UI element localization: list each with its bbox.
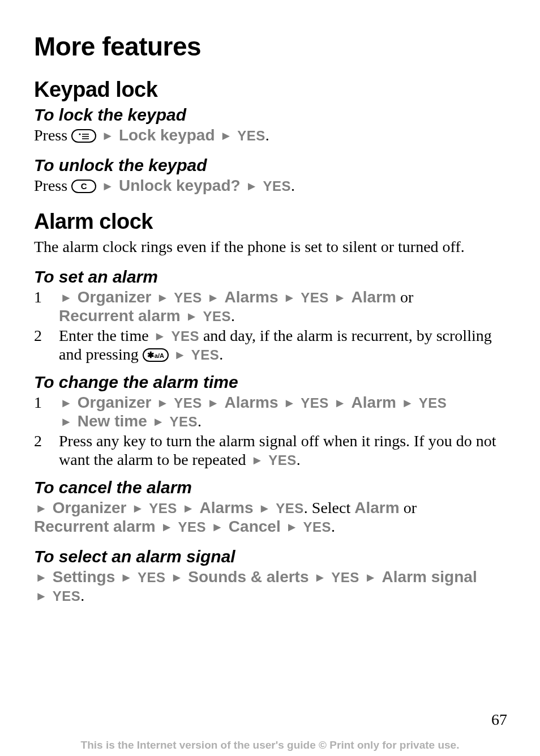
arrow-icon: ► <box>130 501 145 516</box>
list-number: 2 <box>34 326 45 364</box>
alarms-label: Alarms <box>225 394 278 411</box>
yes-label: YES <box>203 309 232 324</box>
manual-page: More features Keypad lock To lock the ke… <box>0 0 540 756</box>
arrow-icon: ► <box>285 520 299 535</box>
arrow-icon: ► <box>400 396 415 411</box>
yes-label: YES <box>174 290 202 305</box>
list-item: 2 Press any key to turn the alarm signal… <box>34 432 517 469</box>
heading-to-change-alarm: To change the alarm time <box>34 373 517 392</box>
new-time-label: New time <box>78 412 147 430</box>
press-label: Press <box>34 126 71 144</box>
list-text: ► Organizer ► YES ► Alarms ► YES ► Alarm… <box>59 288 517 325</box>
lock-instruction: Press ► Lock keypad ► YES. <box>34 126 517 144</box>
list-item: 1 ► Organizer ► YES ► Alarms ► YES ► Ala… <box>34 288 517 325</box>
arrow-icon: ► <box>59 291 74 305</box>
c-key-icon: C <box>71 180 96 193</box>
period: . <box>291 177 295 194</box>
list-number: 2 <box>34 432 45 469</box>
list-number: 1 <box>34 288 45 325</box>
arrow-icon: ► <box>100 179 115 194</box>
alarm-label: Alarm <box>352 394 396 411</box>
organizer-label: Organizer <box>53 499 127 516</box>
select-text: . Select <box>304 499 354 516</box>
period: . <box>265 126 269 144</box>
list-item: 2 Enter the time ► YES and day, if the a… <box>34 326 517 364</box>
arrow-icon: ► <box>206 291 221 305</box>
period: . <box>198 412 202 430</box>
sounds-alerts-label: Sounds & alerts <box>188 568 308 586</box>
arrow-icon: ► <box>155 291 170 305</box>
arrow-icon: ► <box>34 570 49 585</box>
arrow-icon: ► <box>313 570 328 585</box>
yes-label: YES <box>331 570 359 585</box>
select-signal-text: ► Settings ► YES ► Sounds & alerts ► YES… <box>34 567 517 605</box>
alarm-label: Alarm <box>354 499 399 516</box>
yes-label: YES <box>170 414 198 429</box>
arrow-icon: ► <box>206 396 221 411</box>
page-title: More features <box>34 31 517 62</box>
list-number: 1 <box>34 393 45 430</box>
cancel-alarm-text: ► Organizer ► YES ► Alarms ► YES. Select… <box>34 498 517 536</box>
arrow-icon: ► <box>34 589 49 604</box>
period: . <box>80 587 84 604</box>
yes-label: YES <box>303 519 331 535</box>
yes-label: YES <box>301 395 329 411</box>
organizer-label: Organizer <box>78 288 152 306</box>
alarms-label: Alarms <box>225 288 278 306</box>
arrow-icon: ► <box>59 396 74 411</box>
yes-label: YES <box>276 501 304 516</box>
period: . <box>297 451 301 468</box>
page-number: 67 <box>491 711 507 729</box>
yes-label: YES <box>149 501 177 516</box>
set-alarm-list: 1 ► Organizer ► YES ► Alarms ► YES ► Ala… <box>34 288 517 364</box>
yes-label: YES <box>171 328 199 344</box>
recurrent-alarm-label: Recurrent alarm <box>34 518 156 535</box>
list-text: ► Organizer ► YES ► Alarms ► YES ► Alarm… <box>59 393 517 430</box>
arrow-icon: ► <box>160 520 174 535</box>
arrow-icon: ► <box>219 129 234 143</box>
arrow-icon: ► <box>282 396 297 411</box>
section-keypad-lock: Keypad lock <box>34 78 517 102</box>
svg-point-0 <box>79 133 81 135</box>
list-item: 1 ► Organizer ► YES ► Alarms ► YES ► Ala… <box>34 393 517 430</box>
arrow-icon: ► <box>173 348 187 362</box>
period: . <box>219 345 223 363</box>
alarm-label: Alarm <box>352 288 396 306</box>
yes-label: YES <box>419 395 447 411</box>
heading-to-unlock: To unlock the keypad <box>34 156 517 175</box>
yes-label: YES <box>53 588 81 604</box>
settings-label: Settings <box>53 568 115 586</box>
list-text: Press any key to turn the alarm signal o… <box>59 432 517 469</box>
arrow-icon: ► <box>34 501 49 516</box>
star-key-icon: ✱a/A <box>143 348 169 362</box>
arrow-icon: ► <box>333 291 348 305</box>
heading-to-lock: To lock the keypad <box>34 105 517 125</box>
heading-to-select-signal: To select an alarm signal <box>34 547 517 566</box>
lock-keypad-label: Lock keypad <box>119 126 215 144</box>
arrow-icon: ► <box>155 396 170 411</box>
yes-label: YES <box>178 519 207 535</box>
press-label: Press <box>34 177 71 194</box>
organizer-label: Organizer <box>78 394 152 411</box>
alarms-label: Alarms <box>200 499 254 516</box>
change-alarm-list: 1 ► Organizer ► YES ► Alarms ► YES ► Ala… <box>34 393 517 469</box>
arrow-icon: ► <box>100 129 115 143</box>
arrow-icon: ► <box>151 415 166 429</box>
arrow-icon: ► <box>185 309 199 324</box>
yes-label: YES <box>174 395 202 411</box>
arrow-icon: ► <box>210 520 225 535</box>
cancel-label: Cancel <box>229 518 281 535</box>
period: . <box>331 518 335 535</box>
yes-label: YES <box>263 178 291 194</box>
arrow-icon: ► <box>250 453 264 468</box>
list-text: Enter the time ► YES and day, if the ala… <box>59 326 517 364</box>
heading-to-set-alarm: To set an alarm <box>34 267 517 287</box>
yes-label: YES <box>138 570 166 585</box>
arrow-icon: ► <box>245 179 259 194</box>
arrow-icon: ► <box>119 570 134 585</box>
yes-label: YES <box>191 347 220 362</box>
yes-label: YES <box>268 452 297 468</box>
or-text: or <box>400 499 417 516</box>
unlock-keypad-label: Unlock keypad? <box>119 177 241 194</box>
arrow-icon: ► <box>333 396 348 411</box>
